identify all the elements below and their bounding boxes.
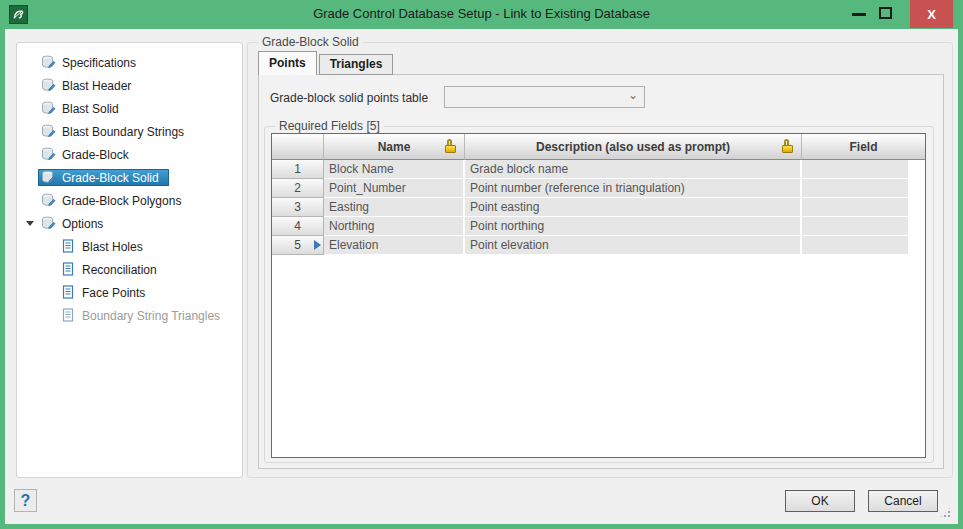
column-header-description[interactable]: Description (also used as prompt) [465,134,802,160]
sidebar-item-grade-block-polygons[interactable]: Grade-Block Polygons [17,189,242,212]
resize-grip[interactable] [939,506,952,519]
column-header-field[interactable]: Field [802,134,925,160]
table-header-row: Name Description (also used as prompt) F… [272,134,925,160]
field-cell[interactable] [802,179,910,198]
window-title: Grade Control Database Setup - Link to E… [0,6,963,21]
table-row: 3 Easting Point easting [272,198,925,217]
sidebar-item-label: Blast Holes [82,240,143,254]
sidebar-item-label: Specifications [62,56,136,70]
chevron-down-icon: ⌄ [628,88,638,102]
tab-points[interactable]: Points [258,51,317,75]
sidebar-item-blast-solid[interactable]: Blast Solid [17,97,242,120]
required-fields-table: Name Description (also used as prompt) F… [271,133,926,458]
field-cell-extra[interactable] [910,198,925,217]
database-icon [41,170,56,185]
sidebar-item-blast-holes[interactable]: Blast Holes [17,235,242,258]
close-button[interactable]: X [910,0,953,28]
field-cell[interactable] [802,160,910,179]
points-table-combobox[interactable]: ⌄ [444,86,645,108]
current-row-marker-icon [314,240,321,250]
sidebar-item-label: Options [62,217,103,231]
field-cell[interactable] [802,217,910,236]
lock-icon [782,139,793,154]
sidebar-item-label: Grade-Block Polygons [62,194,181,208]
field-cell[interactable] [802,198,910,217]
minimize-button[interactable] [852,13,866,16]
sidebar-item-grade-block[interactable]: Grade-Block [17,143,242,166]
points-table-label: Grade-block solid points table [270,91,428,105]
document-icon [61,308,76,323]
document-icon [61,285,76,300]
sidebar-item-blast-boundary-strings[interactable]: Blast Boundary Strings [17,120,242,143]
sidebar-item-specifications[interactable]: Specifications [17,51,242,74]
group-title: Required Fields [5] [275,119,384,133]
description-cell: Point easting [465,198,802,217]
table-row: 2 Point_Number Point number (reference i… [272,179,925,198]
database-icon [41,55,56,70]
maximize-button[interactable] [879,7,892,19]
row-header[interactable]: 2 [272,179,324,198]
dialog-content: Specifications Blast Header Blast Solid … [5,29,958,524]
field-cell-extra[interactable] [910,217,925,236]
document-icon [61,239,76,254]
field-cell-extra[interactable] [910,179,925,198]
group-title: Grade-Block Solid [258,35,363,49]
row-header[interactable]: 1 [272,160,324,179]
titlebar[interactable]: Grade Control Database Setup - Link to E… [0,0,963,29]
cancel-button[interactable]: Cancel [868,490,938,512]
sidebar-item-boundary-string-triangles[interactable]: Boundary String Triangles [17,304,242,327]
description-cell: Point northing [465,217,802,236]
row-header[interactable]: 3 [272,198,324,217]
database-icon [41,193,56,208]
field-cell-extra[interactable] [910,160,925,179]
sidebar-item-grade-block-solid[interactable]: Grade-Block Solid [17,166,242,189]
field-cell-extra[interactable] [910,236,925,255]
sidebar-item-label: Face Points [82,286,145,300]
dialog-window: Grade Control Database Setup - Link to E… [0,0,963,529]
sidebar-item-label: Blast Solid [62,102,119,116]
required-fields-group: Required Fields [5] Name Description (al… [264,126,934,463]
sidebar-tree: Specifications Blast Header Blast Solid … [16,42,243,478]
database-icon [41,124,56,139]
document-icon [61,262,76,277]
database-icon [41,78,56,93]
sidebar-item-label: Grade-Block Solid [62,171,159,185]
description-cell: Grade block name [465,160,802,179]
tab-triangles[interactable]: Triangles [319,54,394,75]
sidebar-item-label: Boundary String Triangles [82,309,220,323]
description-cell: Point elevation [465,236,802,255]
sidebar-item-reconciliation[interactable]: Reconciliation [17,258,242,281]
name-cell: Easting [324,198,465,217]
field-cell[interactable] [802,236,910,255]
column-header-name[interactable]: Name [324,134,465,160]
name-cell: Northing [324,217,465,236]
database-icon [41,147,56,162]
ok-button[interactable]: OK [785,490,855,512]
sidebar-item-face-points[interactable]: Face Points [17,281,242,304]
chevron-down-icon[interactable] [26,212,38,235]
sidebar-item-blast-header[interactable]: Blast Header [17,74,242,97]
tab-strip: Points Triangles [258,51,393,75]
name-cell: Elevation [324,236,465,255]
grade-block-solid-group: Grade-Block Solid Points Triangles Grade… [247,42,953,478]
table-row: 4 Northing Point northing [272,217,925,236]
row-header[interactable]: 5 [272,236,324,255]
database-icon [41,216,56,231]
help-button[interactable]: ? [14,489,37,512]
sidebar-item-label: Reconciliation [82,263,157,277]
description-cell: Point number (reference in triangulation… [465,179,802,198]
name-cell: Point_Number [324,179,465,198]
sidebar-item-label: Blast Boundary Strings [62,125,184,139]
database-icon [41,101,56,116]
sidebar-item-options[interactable]: Options [17,212,242,235]
sidebar-item-label: Grade-Block [62,148,129,162]
corner-header-cell[interactable] [272,134,324,160]
points-tab-page: Grade-block solid points table ⌄ Require… [258,74,944,469]
table-row: 5 Elevation Point elevation [272,236,925,255]
table-row: 1 Block Name Grade block name [272,160,925,179]
sidebar-item-label: Blast Header [62,79,131,93]
lock-icon [445,139,456,154]
row-header[interactable]: 4 [272,217,324,236]
name-cell: Block Name [324,160,465,179]
